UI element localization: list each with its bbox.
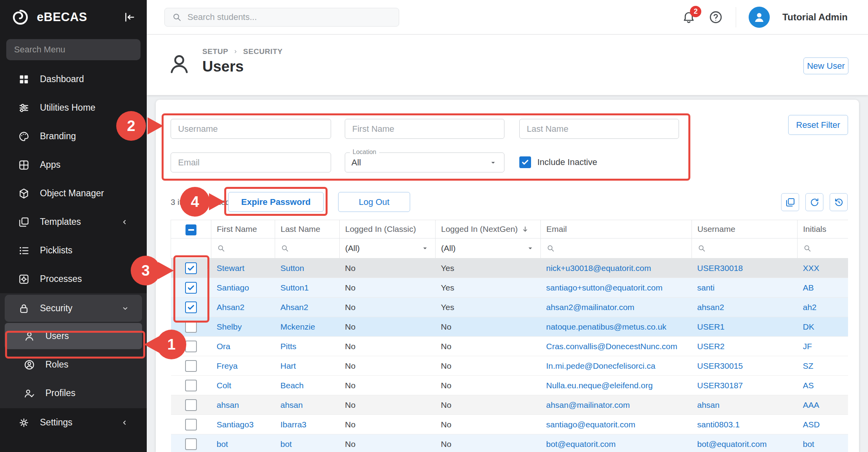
cell-last-name[interactable]: Sutton <box>275 258 340 278</box>
col-filter-username[interactable] <box>697 244 792 253</box>
table-row[interactable]: Ora Pitts No No Cras.convallis@DonecestN… <box>171 337 848 356</box>
sidebar-item-picklists[interactable]: Picklists <box>0 236 147 265</box>
cell-username[interactable]: USER30018 <box>692 258 798 278</box>
refresh-button[interactable] <box>805 193 823 211</box>
export-button[interactable] <box>781 193 799 211</box>
cell-username[interactable]: USER1 <box>692 317 798 337</box>
sidebar-item-branding[interactable]: Branding <box>0 122 147 151</box>
cell-last-name[interactable]: Beach <box>275 376 340 395</box>
sidebar-item-templates[interactable]: Templates <box>0 208 147 236</box>
cell-email[interactable]: santiago+sutton@equatorit.com <box>541 278 692 298</box>
table-row[interactable]: Ahsan2 Ahsan2 No Yes ahsan2@mailinator.c… <box>171 298 848 317</box>
table-row[interactable]: Stewart Sutton No Yes nick+u30018@equato… <box>171 258 848 278</box>
cell-initials[interactable]: SZ <box>798 356 848 376</box>
cell-first-name[interactable]: bot <box>211 434 275 452</box>
cell-username[interactable]: USER30015 <box>692 356 798 376</box>
reset-filter-button[interactable]: Reset Filter <box>788 115 848 135</box>
col-filter-email[interactable] <box>546 244 686 253</box>
cell-initials[interactable]: DK <box>798 317 848 337</box>
cell-initials[interactable]: AS <box>798 376 848 395</box>
cell-username[interactable]: ahsan <box>692 395 798 415</box>
new-user-button[interactable]: New User <box>803 57 848 74</box>
table-row[interactable]: Shelby Mckenzie No No natoque.penatibus@… <box>171 317 848 337</box>
table-row[interactable]: Santiago3 Ibarra3 No No santiago@equator… <box>171 415 848 434</box>
sidebar-item-settings[interactable]: Settings <box>0 408 147 437</box>
user-avatar[interactable] <box>749 7 770 28</box>
col-header-email[interactable]: Email <box>541 220 692 239</box>
row-checkbox[interactable] <box>185 262 197 274</box>
include-inactive-checkbox[interactable] <box>519 156 531 168</box>
col-header-initials[interactable]: Initials <box>798 220 848 239</box>
sidebar-item-roles[interactable]: Roles <box>0 350 147 379</box>
cell-initials[interactable]: AB <box>798 278 848 298</box>
sidebar-item-utilities-home[interactable]: Utilities Home <box>0 93 147 122</box>
location-select[interactable]: Location All <box>345 152 504 172</box>
row-checkbox[interactable] <box>185 419 197 430</box>
history-button[interactable] <box>830 193 848 211</box>
cell-last-name[interactable]: Ahsan2 <box>275 298 340 317</box>
col-filter-first-name[interactable] <box>217 244 269 253</box>
cell-email[interactable]: ahsan@mailinator.com <box>541 395 692 415</box>
notifications-button[interactable]: 2 <box>682 10 696 25</box>
table-row[interactable]: Santiago Sutton1 No Yes santiago+sutton@… <box>171 278 848 298</box>
row-checkbox[interactable] <box>185 399 197 411</box>
sidebar-item-security[interactable]: Security <box>5 295 142 322</box>
cell-email[interactable]: Nulla.eu.neque@eleifend.org <box>541 376 692 395</box>
table-row[interactable]: bot bot No No bot@equatorit.com bot@equa… <box>171 434 848 452</box>
cell-username[interactable]: USER2 <box>692 337 798 356</box>
sidebar-item-dashboard[interactable]: Dashboard <box>0 65 147 93</box>
cell-email[interactable]: natoque.penatibus@metus.co.uk <box>541 317 692 337</box>
row-checkbox[interactable] <box>185 380 197 391</box>
col-filter-last-name[interactable] <box>281 244 334 253</box>
row-checkbox[interactable] <box>185 341 197 352</box>
cell-first-name[interactable]: Santiago <box>211 278 275 298</box>
cell-username[interactable]: santi <box>692 278 798 298</box>
cell-username[interactable]: ahsan2 <box>692 298 798 317</box>
breadcrumb-setup[interactable]: SETUP <box>202 47 228 56</box>
col-header-first-name[interactable]: First Name <box>211 220 275 239</box>
cell-last-name[interactable]: Hart <box>275 356 340 376</box>
cell-username[interactable]: bot@equatorit.com <box>692 434 798 452</box>
cell-last-name[interactable]: Ibarra3 <box>275 415 340 434</box>
student-search-input[interactable] <box>187 12 392 22</box>
cell-first-name[interactable]: Freya <box>211 356 275 376</box>
cell-first-name[interactable]: Ora <box>211 337 275 356</box>
cell-initials[interactable]: bot <box>798 434 848 452</box>
table-row[interactable]: Freya Hart No No In.mi.pede@Donecfelisor… <box>171 356 848 376</box>
sidebar-item-profiles[interactable]: Profiles <box>0 379 147 407</box>
col-header-logged-in-classic[interactable]: Logged In (Classic) <box>340 220 436 239</box>
cell-last-name[interactable]: ahsan <box>275 395 340 415</box>
cell-first-name[interactable]: Stewart <box>211 258 275 278</box>
cell-first-name[interactable]: Colt <box>211 376 275 395</box>
col-filter-initials[interactable] <box>803 244 843 253</box>
col-filter-nextgen-select[interactable]: (All) <box>441 244 535 253</box>
col-filter-classic-select[interactable]: (All) <box>345 244 430 253</box>
row-checkbox[interactable] <box>185 321 197 333</box>
filter-first-name-input[interactable] <box>345 119 504 139</box>
filter-username-input[interactable] <box>171 119 331 139</box>
cell-first-name[interactable]: Ahsan2 <box>211 298 275 317</box>
cell-email[interactable]: nick+u30018@equatorit.com <box>541 258 692 278</box>
col-header-last-name[interactable]: Last Name <box>275 220 340 239</box>
breadcrumb-security[interactable]: SECURITY <box>243 47 283 56</box>
sidebar-item-apps[interactable]: Apps <box>0 151 147 179</box>
log-out-button[interactable]: Log Out <box>338 192 410 212</box>
cell-email[interactable]: bot@equatorit.com <box>541 434 692 452</box>
col-header-logged-in-nextgen[interactable]: Logged In (NextGen) <box>436 220 541 239</box>
filter-last-name-input[interactable] <box>519 119 679 139</box>
row-checkbox[interactable] <box>185 282 197 294</box>
cell-initials[interactable]: ah2 <box>798 298 848 317</box>
cell-first-name[interactable]: Santiago3 <box>211 415 275 434</box>
sidebar-item-processes[interactable]: Processes <box>0 265 147 293</box>
sidebar-search-input[interactable] <box>6 39 140 60</box>
cell-email[interactable]: ahsan2@mailinator.com <box>541 298 692 317</box>
row-checkbox[interactable] <box>185 438 197 450</box>
row-checkbox[interactable] <box>185 301 197 313</box>
cell-last-name[interactable]: Pitts <box>275 337 340 356</box>
cell-first-name[interactable]: Shelby <box>211 317 275 337</box>
help-button[interactable] <box>708 10 723 25</box>
select-all-checkbox[interactable] <box>185 224 196 235</box>
cell-email[interactable]: santiago@equatorit.com <box>541 415 692 434</box>
cell-initials[interactable]: JF <box>798 337 848 356</box>
cell-initials[interactable]: AAA <box>798 395 848 415</box>
